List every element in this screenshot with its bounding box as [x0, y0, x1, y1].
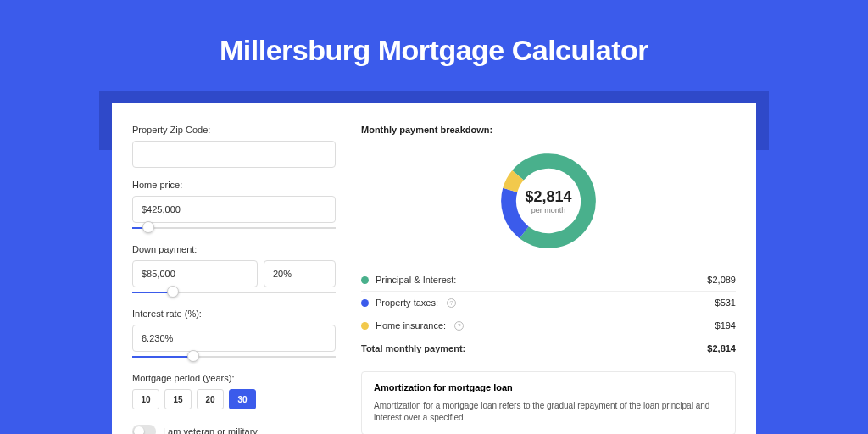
donut-amount: $2,814: [525, 188, 571, 206]
zip-label: Property Zip Code:: [132, 125, 336, 135]
amortization-card: Amortization for mortgage loan Amortizat…: [361, 371, 736, 434]
legend-label: Principal & Interest:: [376, 275, 456, 285]
down-field-group: Down payment:: [132, 244, 336, 297]
legend-dot-icon: [361, 276, 369, 284]
down-slider-thumb[interactable]: [167, 286, 179, 298]
legend-row: Property taxes:?$531: [361, 291, 736, 314]
legend-label: Home insurance:: [376, 320, 446, 331]
amortization-body: Amortization for a mortgage loan refers …: [374, 400, 723, 424]
legend-total-row: Total monthly payment:$2,814: [361, 337, 736, 359]
rate-field-group: Interest rate (%):: [132, 309, 336, 361]
down-pct-input[interactable]: [264, 260, 336, 287]
legend-row: Home insurance:?$194: [361, 314, 736, 337]
help-icon[interactable]: ?: [454, 321, 464, 331]
period-btn-20[interactable]: 20: [197, 389, 224, 409]
amortization-title: Amortization for mortgage loan: [374, 382, 723, 392]
veteran-label: I am veteran or military: [163, 426, 258, 434]
rate-label: Interest rate (%):: [132, 309, 336, 319]
breakdown-header: Monthly payment breakdown:: [361, 125, 736, 135]
help-icon[interactable]: ?: [447, 298, 456, 308]
header-stripe: Property Zip Code: Home price: Down paym…: [99, 91, 769, 150]
price-label: Home price:: [132, 180, 336, 190]
period-btn-10[interactable]: 10: [132, 389, 159, 409]
down-label: Down payment:: [132, 244, 336, 254]
down-input[interactable]: [132, 260, 258, 287]
price-input[interactable]: [132, 196, 336, 223]
period-buttons: 10152030: [132, 389, 336, 409]
form-column: Property Zip Code: Home price: Down paym…: [132, 125, 336, 434]
donut-subtitle: per month: [525, 206, 571, 214]
period-btn-15[interactable]: 15: [164, 389, 192, 409]
veteran-row: I am veteran or military: [132, 425, 336, 434]
page-title: Millersburg Mortgage Calculator: [0, 34, 868, 67]
period-btn-30[interactable]: 30: [229, 389, 256, 409]
legend-label: Property taxes:: [376, 298, 438, 308]
rate-input[interactable]: [132, 325, 336, 352]
price-slider[interactable]: [132, 225, 336, 232]
legend-dot-icon: [361, 322, 369, 330]
period-field-group: Mortgage period (years): 10152030: [132, 373, 336, 409]
zip-field-group: Property Zip Code:: [132, 125, 336, 168]
legend-value: $531: [715, 298, 736, 308]
rate-slider[interactable]: [132, 354, 336, 361]
price-field-group: Home price:: [132, 180, 336, 232]
donut-chart: $2,814 per month: [361, 148, 736, 253]
down-slider[interactable]: [132, 290, 336, 297]
legend-value: $194: [715, 320, 736, 331]
rate-slider-thumb[interactable]: [187, 350, 199, 362]
legend-total-value: $2,814: [707, 343, 736, 353]
legend: Principal & Interest:$2,089Property taxe…: [361, 269, 736, 359]
period-label: Mortgage period (years):: [132, 373, 336, 383]
calculator-panel: Property Zip Code: Home price: Down paym…: [112, 103, 756, 434]
zip-input[interactable]: [132, 141, 336, 168]
breakdown-column: Monthly payment breakdown: $2,814 per mo…: [361, 125, 736, 434]
legend-row: Principal & Interest:$2,089: [361, 269, 736, 291]
legend-value: $2,089: [707, 275, 736, 285]
veteran-toggle[interactable]: [132, 425, 156, 434]
price-slider-thumb[interactable]: [142, 221, 154, 233]
legend-dot-icon: [361, 299, 369, 307]
legend-total-label: Total monthly payment:: [361, 343, 465, 353]
